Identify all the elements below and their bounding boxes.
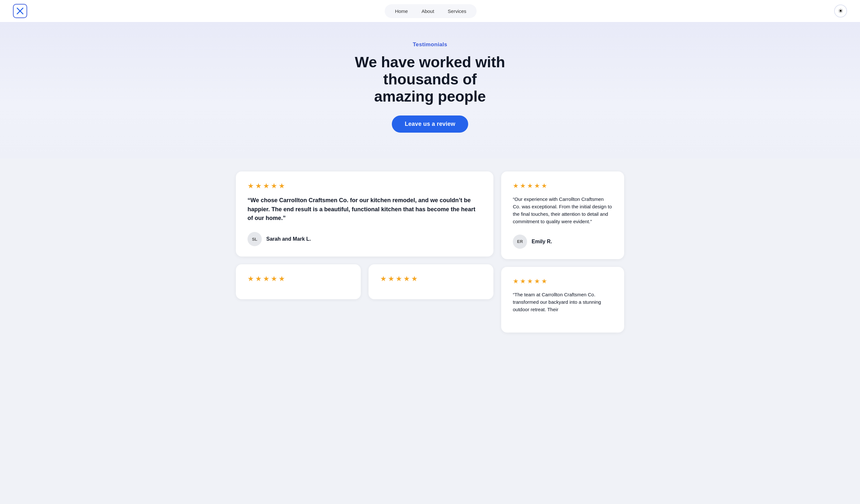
star-1: ★ bbox=[247, 182, 254, 190]
right-stars-1: ★ ★ ★ ★ ★ bbox=[513, 182, 613, 190]
cards-layout: ★ ★ ★ ★ ★ “We chose Carrollton Craftsmen… bbox=[236, 171, 624, 333]
bottom-review-card-1: ★ ★ ★ ★ ★ bbox=[236, 264, 361, 299]
right-review-text-2: “The team at Carrollton Craftsmen Co. tr… bbox=[513, 291, 613, 314]
leave-review-button[interactable]: Leave us a review bbox=[392, 115, 468, 133]
main-reviewer-name: Sarah and Mark L. bbox=[266, 236, 311, 242]
section-label: Testimonials bbox=[13, 41, 847, 48]
main-review-stars: ★ ★ ★ ★ ★ bbox=[247, 182, 482, 190]
main-reviewer-avatar: SL bbox=[247, 232, 262, 246]
star-2: ★ bbox=[255, 182, 262, 190]
right-reviewer-name-1: Emily R. bbox=[532, 239, 552, 245]
hero-title: We have worked with thousands of amazing… bbox=[317, 54, 543, 105]
bottom-row: ★ ★ ★ ★ ★ ★ ★ ★ ★ ★ bbox=[236, 264, 493, 299]
star-4: ★ bbox=[271, 182, 277, 190]
right-stars-2: ★ ★ ★ ★ ★ bbox=[513, 277, 613, 285]
theme-toggle-button[interactable]: ☀ bbox=[834, 4, 847, 17]
logo[interactable] bbox=[13, 4, 27, 18]
main-review-text: “We chose Carrollton Craftsmen Co. for o… bbox=[247, 196, 482, 223]
nav-services[interactable]: Services bbox=[442, 6, 472, 16]
nav-home[interactable]: Home bbox=[389, 6, 414, 16]
cards-section: ★ ★ ★ ★ ★ “We chose Carrollton Craftsmen… bbox=[0, 159, 860, 352]
bottom-review-card-2: ★ ★ ★ ★ ★ bbox=[369, 264, 493, 299]
right-reviewer-1: ER Emily R. bbox=[513, 234, 613, 249]
bottom-stars-2: ★ ★ ★ ★ ★ bbox=[380, 275, 482, 283]
main-reviewer: SL Sarah and Mark L. bbox=[247, 232, 482, 246]
right-column: ★ ★ ★ ★ ★ “Our experience with Carrollto… bbox=[501, 171, 624, 333]
navbar: Home About Services ☀ bbox=[0, 0, 860, 22]
nav-about[interactable]: About bbox=[416, 6, 440, 16]
left-column: ★ ★ ★ ★ ★ “We chose Carrollton Craftsmen… bbox=[236, 171, 493, 333]
hero-section: Testimonials We have worked with thousan… bbox=[0, 22, 860, 159]
right-review-card-2: ★ ★ ★ ★ ★ “The team at Carrollton Crafts… bbox=[501, 267, 624, 333]
main-review-card: ★ ★ ★ ★ ★ “We chose Carrollton Craftsmen… bbox=[236, 171, 493, 257]
star-5: ★ bbox=[278, 182, 285, 190]
nav-links: Home About Services bbox=[385, 4, 477, 18]
right-review-text-1: “Our experience with Carrollton Craftsme… bbox=[513, 196, 613, 226]
bottom-stars-1: ★ ★ ★ ★ ★ bbox=[247, 275, 349, 283]
right-review-card-1: ★ ★ ★ ★ ★ “Our experience with Carrollto… bbox=[501, 171, 624, 259]
sun-icon: ☀ bbox=[838, 8, 843, 15]
right-reviewer-avatar-1: ER bbox=[513, 234, 527, 249]
star-3: ★ bbox=[263, 182, 270, 190]
svg-point-2 bbox=[19, 10, 21, 12]
page-content: Testimonials We have worked with thousan… bbox=[0, 0, 860, 352]
